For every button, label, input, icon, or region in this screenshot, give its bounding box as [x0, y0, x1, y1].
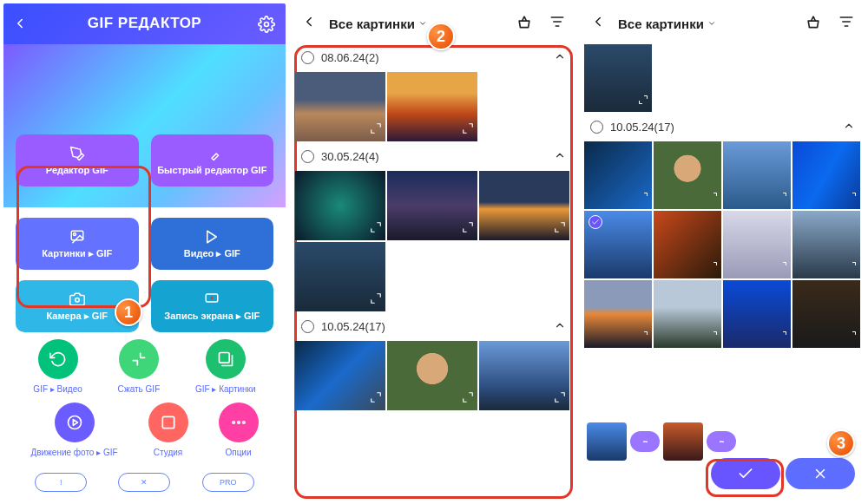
thumbnail[interactable] [295, 341, 385, 410]
panel-gallery-selected: Все картинки 10.05.24(17) ━ [582, 3, 864, 501]
thumbnail[interactable] [387, 72, 477, 141]
back-icon[interactable] [301, 14, 317, 33]
svg-point-0 [265, 23, 269, 27]
app-title: GIF РЕДАКТОР [88, 15, 201, 32]
pill-pro[interactable]: PRO [202, 473, 254, 492]
svg-point-11 [232, 422, 234, 424]
basket-icon[interactable] [516, 13, 533, 34]
step-badge-1: 1 [115, 298, 142, 326]
highlight-box-1 [16, 166, 151, 308]
thumbnail[interactable] [295, 171, 385, 240]
thumbnail[interactable] [654, 280, 721, 348]
step-badge-2: 2 [427, 23, 455, 50]
thumbnail[interactable] [723, 141, 791, 209]
gallery-body: 08.06.24(2) 30.05.24(4) 10.05.24(17) [293, 43, 575, 501]
svg-point-8 [68, 416, 81, 429]
album-dropdown[interactable]: Все картинки [618, 16, 716, 31]
thumbnail[interactable] [479, 341, 569, 410]
step-badge-3: 3 [827, 429, 855, 457]
pill-info[interactable]: ! [35, 473, 87, 492]
pill-noads[interactable]: ✕ [118, 473, 170, 492]
thumbnail[interactable] [584, 44, 652, 112]
circle-gif-to-video[interactable]: GIF ▸ Видео [33, 339, 82, 394]
gallery-body: 10.05.24(17) ━ ━ [582, 43, 864, 501]
thumbnail[interactable] [295, 72, 385, 141]
svg-rect-7 [219, 353, 229, 363]
back-icon[interactable] [590, 14, 606, 33]
thumbnail[interactable] [479, 171, 569, 240]
thumbnail[interactable] [792, 280, 860, 348]
album-dropdown[interactable]: Все картинки [329, 16, 427, 31]
svg-rect-10 [162, 416, 174, 428]
thumbnail-selected[interactable] [584, 211, 652, 278]
bottom-pills: ! ✕ PRO [3, 468, 286, 501]
svg-marker-9 [73, 420, 77, 426]
svg-point-12 [237, 422, 240, 424]
svg-marker-3 [207, 231, 217, 243]
panel-app-home: GIF РЕДАКТОР Редактор GIF Быстрый редакт… [3, 3, 286, 501]
thumbnail[interactable] [387, 171, 477, 240]
thumbnail[interactable] [654, 211, 721, 278]
svg-point-6 [211, 297, 214, 299]
card-fast-editor[interactable]: Быстрый редактор GIF [151, 134, 274, 187]
circle-motion-photo[interactable]: Движение фото ▸ GIF [30, 403, 117, 457]
circle-gif-to-pics[interactable]: GIF ▸ Картинки [195, 339, 256, 394]
thumbnail[interactable] [295, 242, 385, 311]
basket-icon[interactable] [805, 13, 822, 34]
bottom-action-bar [587, 452, 858, 495]
thumbnail[interactable] [723, 211, 791, 278]
card-screenrec-to-gif[interactable]: Запись экрана ▸ GIF [151, 280, 274, 332]
thumbnail[interactable] [792, 141, 860, 209]
filter-icon[interactable] [549, 13, 566, 34]
highlight-box-3 [706, 459, 784, 497]
strip-clear[interactable]: ━ [630, 431, 660, 452]
gallery-header: Все картинки [582, 3, 864, 43]
thumbnail[interactable] [387, 341, 477, 410]
thumbnail[interactable] [584, 280, 652, 348]
thumbnail[interactable] [654, 141, 721, 209]
svg-point-13 [242, 422, 245, 424]
strip-clear[interactable]: ━ [707, 431, 736, 452]
thumbnail[interactable] [792, 211, 860, 278]
circle-studio[interactable]: Студия [148, 403, 188, 457]
thumbnail[interactable] [584, 141, 652, 209]
circle-compress-gif[interactable]: Сжать GIF [118, 339, 161, 394]
back-icon[interactable] [12, 16, 28, 35]
cancel-button[interactable] [786, 458, 855, 489]
gear-icon[interactable] [258, 16, 275, 36]
thumbnail[interactable] [723, 280, 791, 348]
filter-icon[interactable] [838, 13, 855, 34]
circle-row-1: GIF ▸ Видео Сжать GIF GIF ▸ Картинки [16, 339, 273, 394]
group-header[interactable]: 10.05.24(17) [582, 113, 864, 141]
card-video-to-gif[interactable]: Видео ▸ GIF [151, 218, 274, 270]
circle-options[interactable]: Опции [219, 403, 259, 457]
panel-gallery: Все картинки 08.06.24(2) 30.05.24(4) 10.… [293, 3, 575, 501]
header: GIF РЕДАКТОР [3, 3, 286, 44]
circle-row-2: Движение фото ▸ GIF Студия Опции [16, 403, 273, 457]
